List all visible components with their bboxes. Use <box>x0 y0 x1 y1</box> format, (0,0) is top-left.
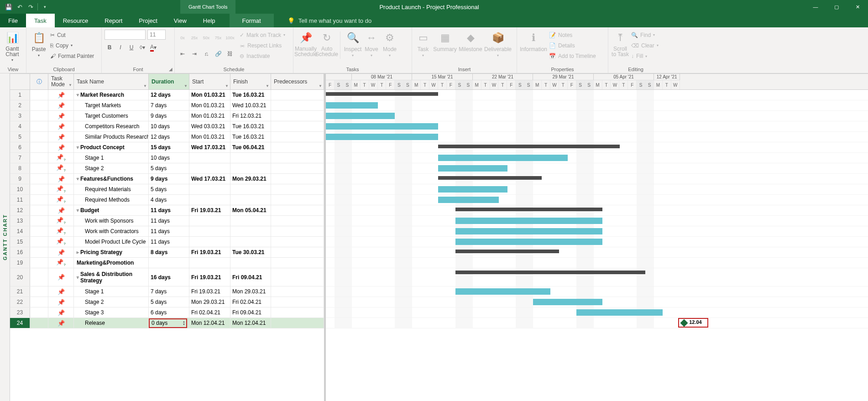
cell-duration[interactable]: 9 days <box>149 174 189 184</box>
insert-deliverable-button[interactable]: 📦Deliverable▾ <box>484 30 512 57</box>
row-number[interactable]: 24 <box>10 318 30 328</box>
col-start[interactable]: Start▼ <box>189 74 230 90</box>
cell-predecessors[interactable] <box>271 142 324 152</box>
cell-duration[interactable]: 7 days <box>149 286 189 297</box>
gantt-row[interactable] <box>326 184 868 195</box>
tab-view[interactable]: View <box>166 14 195 27</box>
unlink-icon[interactable]: ⛓ <box>225 49 235 59</box>
row-number[interactable]: 23 <box>10 307 30 318</box>
row-number[interactable]: 21 <box>10 286 30 297</box>
cell-predecessors[interactable] <box>271 318 324 328</box>
cell-info[interactable] <box>30 163 48 173</box>
cell-mode[interactable]: 📌 <box>48 286 74 297</box>
table-row[interactable]: 10📌Required Materials5 days <box>10 184 324 195</box>
row-number[interactable]: 2 <box>10 100 30 110</box>
pct-0-icon[interactable]: 0x <box>178 33 188 43</box>
cell-start[interactable]: Mon 29.03.21 <box>189 297 230 307</box>
cell-finish[interactable]: Fri 12.03.21 <box>230 111 271 121</box>
cell-mode[interactable]: 📌 <box>48 297 74 307</box>
gantt-row[interactable] <box>326 142 868 153</box>
table-row[interactable]: 1📌▿Market Research12 daysMon 01.03.21Tue… <box>10 90 324 100</box>
table-row[interactable]: 14📌Work with Contractors11 days <box>10 226 324 237</box>
cell-info[interactable] <box>30 297 48 307</box>
summary-bar[interactable] <box>438 145 620 148</box>
cell-duration[interactable]: 11 days <box>149 205 189 215</box>
indent-icon[interactable]: ⇥ <box>189 49 199 59</box>
cell-start[interactable]: Fri 02.04.21 <box>189 307 230 318</box>
gantt-row[interactable] <box>326 226 868 237</box>
auto-schedule-button[interactable]: ↻Auto Schedule <box>317 30 336 57</box>
tab-file[interactable]: File <box>0 14 26 27</box>
cell-start[interactable] <box>189 153 230 163</box>
fill-color-button[interactable]: ◊▾ <box>137 42 147 52</box>
cell-task-name[interactable]: Work with Sponsors <box>74 216 149 226</box>
rownum-header[interactable] <box>10 74 30 90</box>
cell-start[interactable]: Wed 03.03.21 <box>189 121 230 131</box>
cell-task-name[interactable]: Stage 2 <box>74 297 149 307</box>
mark-on-track-button[interactable]: ✓Mark on Track▾ <box>240 30 285 40</box>
table-row[interactable]: 22📌Stage 25 daysMon 29.03.21Fri 02.04.21 <box>10 297 324 307</box>
gantt-row[interactable] <box>326 195 868 205</box>
row-number[interactable]: 6 <box>10 142 30 152</box>
cell-mode[interactable]: 📌 <box>48 247 74 257</box>
cell-task-name[interactable]: ▹Pricing Strategy <box>74 247 149 257</box>
task-bar[interactable] <box>455 228 602 234</box>
outline-toggle-icon[interactable]: ▿ <box>77 145 79 150</box>
task-bar[interactable] <box>533 299 602 305</box>
font-group-launcher[interactable]: ◢ <box>169 67 173 72</box>
outline-toggle-icon[interactable]: ▿ <box>77 275 79 280</box>
table-row[interactable]: 19📌Marketing&Promotion <box>10 258 324 268</box>
cell-start[interactable]: Mon 01.03.21 <box>189 100 230 110</box>
cell-finish[interactable]: Mon 05.04.21 <box>230 205 271 215</box>
cell-task-name[interactable]: ▿Product Concept <box>74 142 149 152</box>
cell-duration[interactable]: 9 days <box>149 111 189 121</box>
cell-predecessors[interactable] <box>271 174 324 184</box>
insert-task-button[interactable]: ▭Task▾ <box>415 30 431 57</box>
minimize-button[interactable]: — <box>805 0 826 14</box>
cell-predecessors[interactable] <box>271 132 324 142</box>
cell-info[interactable] <box>30 205 48 215</box>
table-row[interactable]: 23📌Stage 36 daysFri 02.04.21Fri 09.04.21 <box>10 307 324 318</box>
cell-start[interactable]: Fri 19.03.21 <box>189 247 230 257</box>
col-finish[interactable]: Finish▼ <box>230 74 271 90</box>
table-row[interactable]: 4📌Competitors Research10 daysWed 03.03.2… <box>10 121 324 132</box>
gantt-row[interactable] <box>326 268 868 286</box>
cell-task-name[interactable]: Marketing&Promotion <box>74 258 149 268</box>
save-icon[interactable]: 💾 <box>4 2 14 12</box>
cell-info[interactable] <box>30 142 48 152</box>
cell-mode[interactable]: 📌 <box>48 307 74 318</box>
gantt-row[interactable] <box>326 258 868 268</box>
duration-edit-input[interactable]: 0 days▲▼ <box>149 318 187 328</box>
cell-finish[interactable] <box>230 237 271 247</box>
cell-duration[interactable]: 5 days <box>149 163 189 173</box>
scroll-to-task-button[interactable]: ⤒Scroll to Task <box>611 30 629 57</box>
cell-finish[interactable]: Tue 30.03.21 <box>230 247 271 257</box>
cell-predecessors[interactable] <box>271 100 324 110</box>
gantt-row[interactable] <box>326 237 868 247</box>
cell-info[interactable] <box>30 121 48 131</box>
cell-task-name[interactable]: Work with Contractors <box>74 226 149 236</box>
gantt-row[interactable] <box>326 297 868 307</box>
outline-toggle-icon[interactable]: ▿ <box>77 93 79 97</box>
task-bar[interactable] <box>438 165 507 172</box>
cell-duration[interactable]: 11 days <box>149 237 189 247</box>
cell-info[interactable] <box>30 216 48 226</box>
cell-predecessors[interactable] <box>271 90 324 100</box>
summary-bar[interactable] <box>326 92 438 96</box>
task-bar[interactable] <box>326 134 438 140</box>
gantt-row[interactable] <box>326 90 868 100</box>
cell-start[interactable]: Wed 17.03.21 <box>189 142 230 152</box>
cell-duration[interactable]: 15 days <box>149 142 189 152</box>
cell-predecessors[interactable] <box>271 268 324 286</box>
cell-task-name[interactable]: ▿Market Research <box>74 90 149 100</box>
font-name-select[interactable] <box>105 30 146 40</box>
cell-info[interactable] <box>30 111 48 121</box>
row-number[interactable]: 11 <box>10 195 30 205</box>
row-number[interactable]: 13 <box>10 216 30 226</box>
cell-info[interactable] <box>30 132 48 142</box>
pct-75-icon[interactable]: 75x <box>213 33 223 43</box>
cell-task-name[interactable]: ▿Sales & Distribution Strategy <box>74 268 149 286</box>
gantt-row[interactable] <box>326 132 868 142</box>
cell-duration[interactable]: 12 days <box>149 132 189 142</box>
cell-start[interactable] <box>189 226 230 236</box>
